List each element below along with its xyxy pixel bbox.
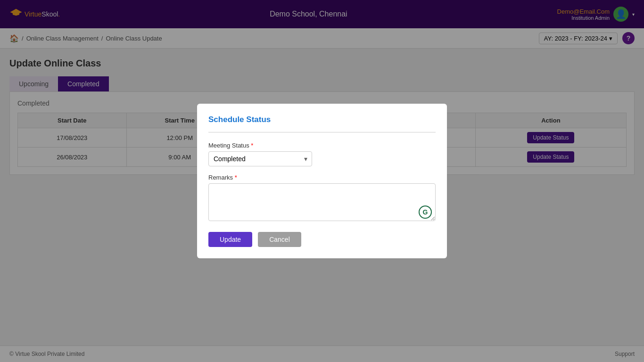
modal-title: Schedule Status [208, 115, 436, 124]
modal-cancel-button[interactable]: Cancel [258, 232, 301, 247]
modal-actions: Update Cancel [208, 232, 436, 247]
remarks-required: * [235, 174, 237, 181]
main-content: Update Online Class Upcoming Completed C… [0, 49, 644, 346]
remarks-wrapper: G [208, 183, 436, 222]
grammarly-icon: G [423, 208, 428, 216]
remarks-textarea[interactable] [208, 183, 436, 221]
meeting-status-required: * [251, 142, 253, 149]
modal-overlay: Schedule Status Meeting Status * Complet… [0, 0, 644, 362]
meeting-status-select[interactable]: Completed Scheduled Cancelled [208, 151, 312, 166]
meeting-status-label: Meeting Status * [208, 142, 436, 149]
modal-update-button[interactable]: Update [208, 232, 252, 247]
modal-divider [208, 132, 436, 132]
meeting-status-select-wrapper: Completed Scheduled Cancelled ▾ [208, 151, 312, 166]
remarks-label: Remarks * [208, 174, 436, 181]
modal: Schedule Status Meeting Status * Complet… [197, 104, 447, 258]
grammarly-button[interactable]: G [419, 206, 432, 219]
remarks-group: Remarks * G [208, 174, 436, 222]
meeting-status-group: Meeting Status * Completed Scheduled Can… [208, 142, 436, 166]
